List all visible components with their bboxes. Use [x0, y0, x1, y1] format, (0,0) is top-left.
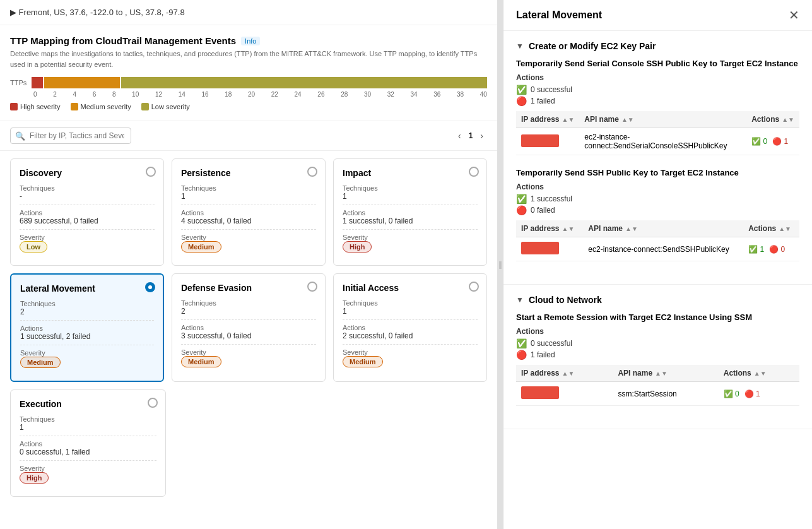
right-panel: Lateral Movement ✕ ▼ Create or Modify EC…	[503, 0, 812, 529]
ttps-label: TTPs	[10, 79, 29, 86]
card-techniques-impact: Techniques 1	[343, 184, 478, 201]
tactic-card-discovery[interactable]: Discovery Techniques - Actions 689 succe…	[10, 158, 164, 266]
legend-medium: Medium severity	[71, 103, 131, 110]
th-actions-ssh[interactable]: Actions ▲▼	[743, 220, 799, 237]
count-cell-ssm-1: ✅ 0 🔴 1	[724, 389, 794, 398]
card-radio-execution[interactable]	[148, 398, 158, 408]
card-title-defense-evasion: Defense Evasion	[181, 283, 316, 293]
card-actions-lateral-movement: Actions 1 successful, 2 failed	[20, 324, 154, 341]
sort-icon-actions-ssm: ▲▼	[754, 370, 767, 377]
card-actions-defense-evasion: Actions 3 successful, 0 failed	[181, 324, 316, 340]
bar-high	[32, 77, 43, 88]
sort-icon-ip-ssm: ▲▼	[562, 370, 574, 377]
severity-badge-impact: High	[343, 241, 372, 253]
severity-badge-defense-evasion: Medium	[181, 356, 221, 367]
card-title-initial-access: Initial Access	[343, 283, 478, 293]
count-fail-serial-1: 🔴 1	[772, 137, 788, 146]
fail-icon-ssh: 🔴	[516, 205, 527, 215]
rp-section-header-cloud[interactable]: ▼ Cloud to Network	[516, 295, 799, 305]
action-fail-ssm: 🔴 1 failed	[516, 350, 799, 360]
card-actions-discovery: Actions 689 successful, 0 failed	[20, 209, 155, 225]
table-serial-console: IP address ▲▼ API name ▲▼ Actions ▲▼ ec2…	[516, 111, 799, 155]
next-page-button[interactable]: ›	[476, 129, 487, 142]
ip-block-serial-1	[521, 134, 559, 147]
card-techniques-lateral-movement: Techniques 2	[20, 300, 154, 316]
section-arrow-create-modify: ▼	[516, 42, 524, 51]
table-row-ssm-1: ssm:StartSession ✅ 0 🔴 1	[516, 382, 799, 406]
th-api-ssm[interactable]: API name ▲▼	[613, 365, 718, 382]
tactic-card-persistence[interactable]: Persistence Techniques 1 Actions 4 succe…	[172, 158, 326, 266]
sort-icon-api-ssh: ▲▼	[625, 225, 638, 232]
prev-page-button[interactable]: ‹	[454, 129, 465, 142]
th-ip-ssm[interactable]: IP address ▲▼	[516, 365, 613, 382]
tactic-card-impact[interactable]: Impact Techniques 1 Actions 1 successful…	[333, 158, 487, 266]
legend-low-label: Low severity	[151, 103, 190, 110]
fail-count-serial: 1 failed	[531, 97, 555, 105]
ip-block-ssm-1	[521, 386, 559, 399]
card-techniques-defense-evasion: Techniques 2	[181, 299, 316, 316]
card-severity-defense-evasion: Severity Medium	[181, 348, 316, 367]
actions-label-serial: Actions	[516, 73, 799, 82]
ip-block-ssh-1	[521, 242, 559, 254]
info-badge[interactable]: Info	[241, 37, 260, 45]
fail-count-ssh: 0 failed	[531, 206, 555, 215]
th-api-ssh[interactable]: API name ▲▼	[583, 220, 743, 237]
card-radio-impact[interactable]	[469, 167, 479, 177]
search-input[interactable]	[10, 128, 131, 144]
count-cell-ssh-1: ✅ 1 🔴 0	[748, 245, 794, 254]
rp-subsection-serial-console: Temporarily Send Serial Console SSH Publ…	[516, 59, 799, 155]
card-radio-defense-evasion[interactable]	[307, 282, 317, 292]
ttp-description: Detective maps the investigations to tac…	[10, 49, 487, 69]
card-title-impact: Impact	[343, 168, 478, 178]
api-name-ssh-1: ec2-instance-connect:SendSSHPublicKey	[583, 237, 743, 261]
legend-dot-low	[141, 103, 149, 110]
tactic-card-initial-access[interactable]: Initial Access Techniques 1 Actions 2 su…	[333, 273, 487, 382]
ttp-bars	[32, 77, 487, 88]
card-techniques-persistence: Techniques 1	[181, 184, 316, 201]
count-fail-ssm-1: 🔴 1	[744, 389, 760, 398]
search-icon: 🔍	[15, 131, 25, 141]
right-panel-header: Lateral Movement ✕	[503, 0, 812, 31]
card-severity-initial-access: Severity Medium	[343, 348, 478, 367]
ttp-section: TTP Mapping from CloudTrail Management E…	[0, 25, 497, 121]
resize-handle[interactable]: ‖	[498, 0, 503, 529]
th-actions-ssm[interactable]: Actions ▲▼	[719, 365, 799, 382]
pagination: ‹ 1 ›	[454, 129, 487, 142]
rp-section-header-create-modify[interactable]: ▼ Create or Modify EC2 Key Pair	[516, 41, 799, 51]
card-radio-initial-access[interactable]	[469, 282, 479, 292]
card-title-lateral-movement: Lateral Movement	[20, 283, 154, 294]
th-ip-ssh[interactable]: IP address ▲▼	[516, 220, 583, 237]
close-button[interactable]: ✕	[789, 9, 799, 21]
card-severity-lateral-movement: Severity Medium	[20, 349, 154, 368]
action-fail-ssh: 🔴 0 failed	[516, 205, 799, 215]
legend: High severity Medium severity Low severi…	[10, 103, 487, 110]
card-radio-lateral-movement[interactable]	[145, 282, 155, 292]
card-radio-discovery[interactable]	[146, 167, 156, 177]
rp-section-create-modify-ec2: ▼ Create or Modify EC2 Key Pair Temporar…	[503, 31, 812, 285]
card-severity-execution: Severity High	[20, 465, 156, 484]
rp-subsection-ssh-pubkey: Temporarily Send SSH Public Key to Targe…	[516, 168, 799, 261]
th-actions-serial[interactable]: Actions ▲▼	[746, 111, 799, 128]
sort-icon-ip-ssh: ▲▼	[562, 225, 574, 232]
severity-badge-lateral-movement: Medium	[20, 357, 61, 368]
section-title-create-modify: Create or Modify EC2 Key Pair	[529, 41, 656, 51]
rp-section-cloud-to-network: ▼ Cloud to Network Start a Remote Sessio…	[503, 285, 812, 429]
subsection-title-serial-console: Temporarily Send Serial Console SSH Publ…	[516, 59, 799, 68]
card-severity-discovery: Severity Low	[20, 234, 155, 253]
tactic-card-defense-evasion[interactable]: Defense Evasion Techniques 2 Actions 3 s…	[172, 273, 326, 382]
th-ip-serial[interactable]: IP address ▲▼	[516, 111, 579, 128]
legend-dot-medium	[71, 103, 78, 110]
card-radio-persistence[interactable]	[307, 167, 317, 177]
tactic-card-lateral-movement[interactable]: Lateral Movement Techniques 2 Actions 1 …	[10, 273, 164, 382]
search-bar-row: 🔍 ‹ 1 ›	[0, 121, 497, 151]
section-arrow-cloud: ▼	[516, 295, 524, 304]
section-title-cloud: Cloud to Network	[529, 295, 602, 305]
card-actions-execution: Actions 0 successful, 1 failed	[20, 440, 156, 456]
th-api-serial[interactable]: API name ▲▼	[579, 111, 746, 128]
legend-dot-high	[10, 103, 18, 110]
api-name-serial-1: ec2-instance-connect:SendSerialConsoleSS…	[579, 128, 746, 155]
card-title-execution: Execution	[20, 399, 156, 409]
card-title-discovery: Discovery	[20, 168, 155, 178]
actions-label-ssm: Actions	[516, 327, 799, 336]
tactic-card-execution[interactable]: Execution Techniques 1 Actions 0 success…	[10, 389, 166, 497]
